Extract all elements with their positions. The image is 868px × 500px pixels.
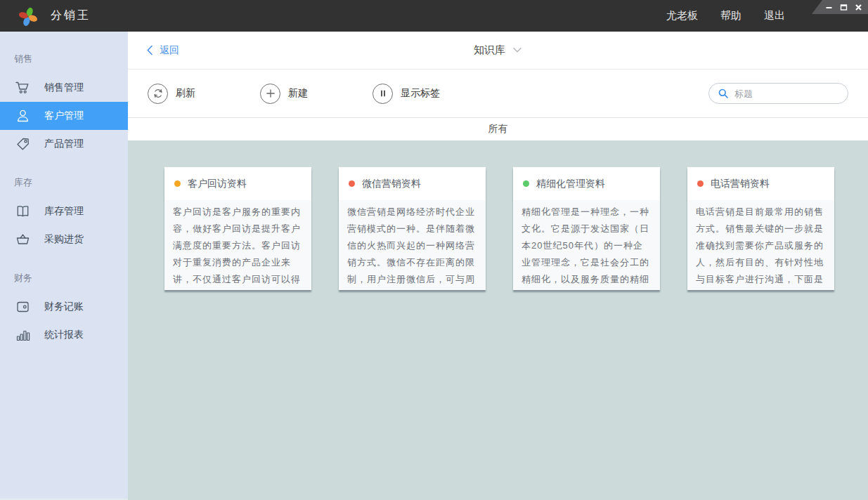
sidebar-item-purchasing[interactable]: 采购进货 (0, 225, 128, 254)
window-controls (812, 0, 868, 14)
sidebar-item-label: 财务记账 (44, 301, 84, 313)
status-dot (697, 180, 704, 187)
cart-icon (14, 79, 33, 96)
pause-icon (373, 84, 393, 104)
sidebar-section-sales: 销售 (0, 46, 128, 74)
plus-icon (260, 84, 280, 104)
card-header: 客户回访资料 (164, 167, 311, 200)
maximize-icon[interactable] (839, 3, 848, 11)
sidebar-section-inventory: 库存 (0, 169, 128, 197)
refresh-icon (148, 84, 168, 104)
card-title: 客户回访资料 (188, 178, 247, 190)
sidebar-item-sales-management[interactable]: 销售管理 (0, 74, 128, 102)
app-window: 分销王 尤老板 帮助 退出 销售 (0, 0, 868, 500)
back-label: 返回 (160, 44, 179, 57)
knowledge-card-phone-marketing[interactable]: 电话营销资料 电话营销是目前最常用的销售方式。销售最关键的一步就是准确找到需要你… (687, 167, 834, 290)
status-dot (174, 180, 181, 187)
basket-icon (14, 231, 33, 248)
user-icon (14, 107, 33, 124)
sidebar-item-customer-management[interactable]: 客户管理 (0, 102, 128, 130)
status-dot (523, 180, 529, 187)
help-link[interactable]: 帮助 (720, 9, 741, 22)
card-header: 微信营销资料 (339, 167, 486, 200)
back-button[interactable]: 返回 (146, 44, 179, 57)
knowledge-card-fine-management[interactable]: 精细化管理资料 精细化管理是一种理念，一种文化。它是源于发达国家（日本20世纪5… (513, 167, 660, 290)
refresh-button[interactable]: 刷新 (148, 84, 195, 104)
card-body: 电话营销是目前最常用的销售方式。销售最关键的一步就是准确找到需要你产品或服务的人… (687, 200, 834, 290)
sidebar-item-statistics-reports[interactable]: 统计报表 (0, 321, 128, 349)
new-button[interactable]: 新建 (260, 84, 308, 104)
logout-link[interactable]: 退出 (764, 9, 785, 22)
search-input[interactable] (734, 88, 839, 99)
main-content: 返回 知识库 刷新 (128, 32, 868, 500)
search-icon (718, 88, 729, 99)
page-header: 返回 知识库 (128, 32, 868, 70)
refresh-label: 刷新 (176, 87, 195, 100)
show-tags-button[interactable]: 显示标签 (373, 84, 440, 104)
sidebar-item-label: 客户管理 (44, 110, 84, 122)
sidebar-item-label: 销售管理 (44, 81, 84, 94)
card-title: 精细化管理资料 (536, 178, 605, 190)
search-box[interactable] (708, 83, 848, 104)
tag-icon (14, 136, 33, 152)
sidebar-item-label: 采购进货 (44, 233, 84, 246)
user-menu-link[interactable]: 尤老板 (666, 9, 698, 22)
sidebar-item-label: 产品管理 (44, 138, 84, 150)
sidebar: 销售 销售管理 客户管理 (0, 32, 128, 500)
card-header: 精细化管理资料 (513, 167, 660, 200)
minimize-icon[interactable] (824, 3, 833, 11)
card-body: 微信营销是网络经济时代企业营销模式的一种。是伴随着微信的火热而兴起的一种网络营销… (339, 200, 486, 290)
card-title: 电话营销资料 (711, 178, 770, 190)
status-dot (349, 180, 355, 187)
titlebar-links: 尤老板 帮助 退出 (666, 9, 785, 22)
new-label: 新建 (288, 87, 308, 100)
knowledge-cards-area: 客户回访资料 客户回访是客户服务的重要内容，做好客户回访是提升客户满意度的重要方… (128, 140, 868, 500)
filter-all-tab[interactable]: 所有 (488, 123, 508, 136)
sidebar-item-inventory-management[interactable]: 库存管理 (0, 197, 128, 225)
app-title: 分销王 (51, 8, 91, 23)
knowledge-card-wechat-marketing[interactable]: 微信营销资料 微信营销是网络经济时代企业营销模式的一种。是伴随着微信的火热而兴起… (339, 167, 486, 290)
card-title: 微信营销资料 (362, 178, 421, 190)
toolbar: 刷新 新建 显示标签 (128, 70, 868, 117)
filter-row: 所有 (128, 117, 868, 140)
knowledge-card-customer-callback[interactable]: 客户回访资料 客户回访是客户服务的重要内容，做好客户回访是提升客户满意度的重要方… (164, 167, 311, 290)
chevron-down-icon (512, 47, 522, 53)
card-body: 客户回访是客户服务的重要内容，做好客户回访是提升客户满意度的重要方法。客户回访对… (164, 200, 311, 290)
sidebar-item-bookkeeping[interactable]: 财务记账 (0, 293, 128, 321)
titlebar: 分销王 尤老板 帮助 退出 (0, 0, 868, 32)
chevron-left-icon (146, 45, 153, 55)
card-body: 精细化管理是一种理念，一种文化。它是源于发达国家（日本20世纪50年代）的一种企… (513, 200, 660, 290)
sidebar-item-label: 统计报表 (44, 329, 84, 341)
bar-chart-icon (14, 327, 33, 343)
book-icon (14, 203, 33, 220)
card-header: 电话营销资料 (687, 167, 834, 200)
sidebar-section-finance: 财务 (0, 265, 128, 293)
wallet-icon (14, 298, 33, 315)
sidebar-item-product-management[interactable]: 产品管理 (0, 130, 128, 158)
app-logo-pinwheel-icon (18, 6, 39, 27)
close-icon[interactable] (854, 3, 862, 11)
show-tags-label: 显示标签 (401, 87, 440, 100)
page-title-dropdown[interactable]: 知识库 (474, 44, 522, 57)
page-title: 知识库 (474, 44, 505, 57)
sidebar-item-label: 库存管理 (44, 205, 84, 218)
